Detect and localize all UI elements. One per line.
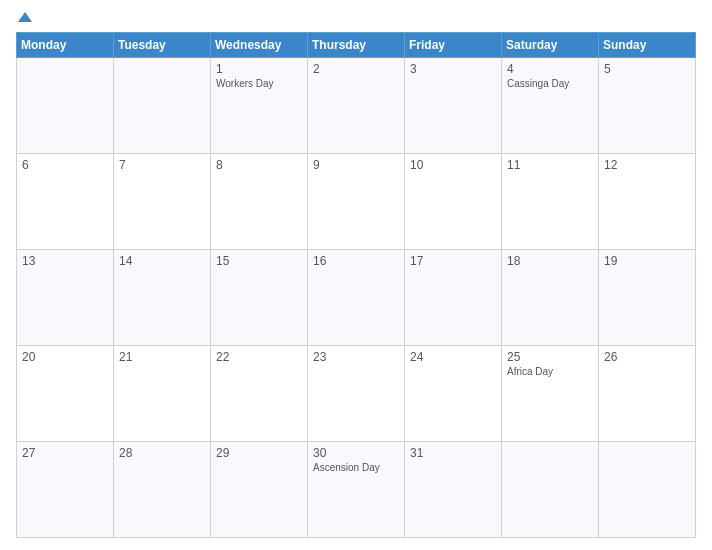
week-row-2: 6789101112 [17, 154, 696, 250]
day-number: 1 [216, 62, 302, 76]
day-number: 22 [216, 350, 302, 364]
calendar-cell: 1Workers Day [211, 58, 308, 154]
calendar-cell: 19 [599, 250, 696, 346]
calendar-cell [17, 58, 114, 154]
calendar-cell: 17 [405, 250, 502, 346]
day-number: 11 [507, 158, 593, 172]
calendar-cell: 27 [17, 442, 114, 538]
day-number: 14 [119, 254, 205, 268]
header [16, 12, 696, 22]
day-number: 18 [507, 254, 593, 268]
day-number: 25 [507, 350, 593, 364]
day-number: 24 [410, 350, 496, 364]
day-number: 3 [410, 62, 496, 76]
day-number: 5 [604, 62, 690, 76]
holiday-label: Africa Day [507, 366, 593, 377]
calendar-cell: 25Africa Day [502, 346, 599, 442]
calendar-cell: 6 [17, 154, 114, 250]
calendar-cell: 12 [599, 154, 696, 250]
calendar-cell: 26 [599, 346, 696, 442]
day-number: 28 [119, 446, 205, 460]
holiday-label: Workers Day [216, 78, 302, 89]
calendar-cell: 18 [502, 250, 599, 346]
week-row-5: 27282930Ascension Day31 [17, 442, 696, 538]
calendar-cell: 28 [114, 442, 211, 538]
calendar-cell: 31 [405, 442, 502, 538]
day-number: 21 [119, 350, 205, 364]
calendar-body: 1Workers Day234Cassinga Day5678910111213… [17, 58, 696, 538]
day-number: 15 [216, 254, 302, 268]
calendar-cell: 29 [211, 442, 308, 538]
logo-triangle-icon [18, 12, 32, 22]
day-header-saturday: Saturday [502, 33, 599, 58]
logo [16, 12, 32, 22]
calendar-cell: 24 [405, 346, 502, 442]
calendar-cell [502, 442, 599, 538]
calendar-cell [114, 58, 211, 154]
day-header-friday: Friday [405, 33, 502, 58]
day-header-monday: Monday [17, 33, 114, 58]
day-number: 20 [22, 350, 108, 364]
calendar-cell: 11 [502, 154, 599, 250]
calendar-cell: 9 [308, 154, 405, 250]
day-number: 13 [22, 254, 108, 268]
week-row-3: 13141516171819 [17, 250, 696, 346]
week-row-1: 1Workers Day234Cassinga Day5 [17, 58, 696, 154]
calendar-cell: 5 [599, 58, 696, 154]
day-number: 12 [604, 158, 690, 172]
day-header-thursday: Thursday [308, 33, 405, 58]
day-number: 7 [119, 158, 205, 172]
day-number: 17 [410, 254, 496, 268]
calendar-table: MondayTuesdayWednesdayThursdayFridaySatu… [16, 32, 696, 538]
day-number: 19 [604, 254, 690, 268]
day-number: 6 [22, 158, 108, 172]
calendar-cell: 4Cassinga Day [502, 58, 599, 154]
calendar-header: MondayTuesdayWednesdayThursdayFridaySatu… [17, 33, 696, 58]
calendar-cell: 2 [308, 58, 405, 154]
calendar-cell: 8 [211, 154, 308, 250]
day-number: 4 [507, 62, 593, 76]
calendar-cell: 13 [17, 250, 114, 346]
day-number: 23 [313, 350, 399, 364]
day-number: 27 [22, 446, 108, 460]
calendar-cell: 21 [114, 346, 211, 442]
calendar-cell: 15 [211, 250, 308, 346]
day-number: 8 [216, 158, 302, 172]
week-row-4: 202122232425Africa Day26 [17, 346, 696, 442]
day-number: 26 [604, 350, 690, 364]
calendar-cell: 23 [308, 346, 405, 442]
day-number: 9 [313, 158, 399, 172]
calendar-cell: 22 [211, 346, 308, 442]
holiday-label: Ascension Day [313, 462, 399, 473]
calendar-cell [599, 442, 696, 538]
day-number: 16 [313, 254, 399, 268]
calendar-cell: 3 [405, 58, 502, 154]
calendar-cell: 16 [308, 250, 405, 346]
day-number: 29 [216, 446, 302, 460]
day-header-wednesday: Wednesday [211, 33, 308, 58]
day-number: 2 [313, 62, 399, 76]
calendar-cell: 14 [114, 250, 211, 346]
day-header-tuesday: Tuesday [114, 33, 211, 58]
header-row: MondayTuesdayWednesdayThursdayFridaySatu… [17, 33, 696, 58]
holiday-label: Cassinga Day [507, 78, 593, 89]
day-number: 30 [313, 446, 399, 460]
day-number: 10 [410, 158, 496, 172]
calendar-cell: 20 [17, 346, 114, 442]
calendar-cell: 30Ascension Day [308, 442, 405, 538]
day-number: 31 [410, 446, 496, 460]
page: MondayTuesdayWednesdayThursdayFridaySatu… [0, 0, 712, 550]
calendar-cell: 10 [405, 154, 502, 250]
day-header-sunday: Sunday [599, 33, 696, 58]
calendar-cell: 7 [114, 154, 211, 250]
